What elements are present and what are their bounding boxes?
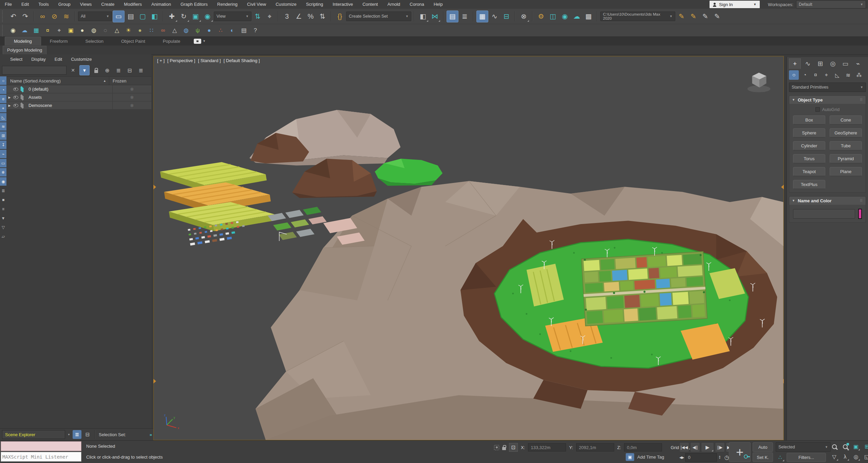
zoom-icon[interactable]: [830, 442, 838, 451]
run-script-icon[interactable]: ✎: [712, 11, 723, 22]
corona-rect-light-icon[interactable]: ▣: [66, 25, 76, 35]
category-spacewarps[interactable]: ≋: [843, 70, 853, 80]
corona-material-ball-icon[interactable]: ●: [135, 25, 145, 35]
filter-hidden-icon[interactable]: ◉: [0, 177, 6, 186]
corona-proxy-icon[interactable]: ∞: [158, 25, 168, 35]
isolate-selection-icon[interactable]: [494, 445, 499, 450]
filter-containers-icon[interactable]: ▭: [0, 159, 6, 167]
category-helpers[interactable]: ◺: [832, 70, 842, 80]
z-coordinate-field[interactable]: 0,0m: [624, 443, 662, 451]
primitive-button[interactable]: Tube: [830, 141, 862, 150]
corona-pattern-tower-icon[interactable]: △: [170, 25, 180, 35]
name-and-color-rollout-header[interactable]: ▼ Name and Color ⠿: [789, 197, 866, 205]
redo-icon[interactable]: ↷: [20, 11, 31, 22]
select-and-move-icon[interactable]: ✚: [166, 11, 177, 22]
sign-in-button[interactable]: Sign In ▼: [710, 1, 760, 8]
visibility-eye-icon[interactable]: [12, 88, 19, 91]
corona-cloud-icon[interactable]: ☁: [20, 25, 30, 35]
tab-modify[interactable]: ∿: [802, 59, 813, 69]
filter-lights-icon[interactable]: ¤: [0, 95, 6, 103]
menu-item[interactable]: Scripting: [301, 0, 328, 9]
frozen-snowflake-icon[interactable]: ❄: [112, 93, 151, 101]
scene-explorer-title-field[interactable]: Scene Explorer: [2, 430, 65, 439]
ribbon-tab[interactable]: Modeling: [5, 37, 41, 45]
select-and-link-icon[interactable]: ∞: [37, 11, 48, 22]
corona-render-icon[interactable]: ◉: [8, 25, 18, 35]
current-frame-field[interactable]: 0: [685, 453, 717, 462]
edit-named-selection-sets-icon[interactable]: {}: [334, 11, 345, 22]
frozen-snowflake-icon[interactable]: ❄: [112, 85, 151, 93]
display-list-icon[interactable]: ≣: [0, 186, 6, 195]
selection-filter-dropdown[interactable]: All ▼: [78, 12, 112, 21]
corona-displacement-icon[interactable]: ◍: [181, 25, 191, 35]
corona-volume-cone-icon[interactable]: △: [112, 25, 122, 35]
maxscript-mini-listener-input[interactable]: MAXScript Mini Listener: [1, 452, 81, 462]
filter-xrefs-icon[interactable]: ↧: [0, 141, 6, 149]
key-mode-dropdown[interactable]: Selected ▼: [776, 442, 831, 452]
ribbon-panel-polygon-modeling[interactable]: Polygon Modeling: [3, 46, 46, 54]
select-and-scale-icon[interactable]: ▣: [190, 11, 201, 22]
scene-explorer-menu[interactable]: Select: [6, 57, 26, 62]
category-lights[interactable]: ¤: [811, 70, 820, 80]
menu-item[interactable]: Group: [54, 0, 75, 9]
corona-converter-icon[interactable]: ◐: [227, 25, 237, 35]
object-name-input[interactable]: [793, 209, 855, 219]
toolbar-drag-handle[interactable]: [2, 25, 5, 36]
menu-item[interactable]: Modifiers: [119, 0, 147, 9]
category-cameras[interactable]: ⌖: [822, 70, 831, 80]
menu-item[interactable]: Edit: [17, 0, 34, 9]
menu-item[interactable]: Create: [96, 0, 119, 9]
filter-frozen-icon[interactable]: ❄: [0, 168, 6, 177]
menu-item[interactable]: Animation: [147, 0, 176, 9]
quick-filter-icon[interactable]: ▽: [0, 223, 6, 231]
pick-material-icon[interactable]: ⊕: [102, 66, 112, 75]
category-systems[interactable]: ⁂: [854, 70, 864, 80]
sort-by-hierarchy-icon[interactable]: ⊟: [125, 66, 134, 75]
terrain-slab-stack[interactable]: [160, 162, 276, 231]
frame-step-icons[interactable]: ◀▶: [679, 456, 684, 459]
corona-glow-sphere-icon[interactable]: ◍: [89, 25, 99, 35]
zoom-extents-all-icon[interactable]: ⊞: [863, 442, 868, 451]
object-color-swatch[interactable]: [858, 209, 862, 219]
category-shapes[interactable]: ◔: [800, 70, 810, 80]
layer-name[interactable]: Assets: [26, 95, 112, 100]
menu-item[interactable]: Arnold: [383, 0, 405, 9]
zoom-all-icon[interactable]: [841, 442, 849, 451]
x-coordinate-field[interactable]: 133,322m: [528, 443, 566, 451]
toggle-ribbon-icon[interactable]: ▦: [476, 11, 488, 22]
set-key-button[interactable]: Set K.: [753, 452, 773, 462]
advanced-filter-icon[interactable]: ▼: [0, 214, 6, 222]
filter-spacewarps-icon[interactable]: ≋: [0, 122, 6, 131]
hierarchy-mode-icon[interactable]: ⊟: [83, 430, 92, 439]
mirror-icon[interactable]: ◧: [417, 11, 429, 22]
tab-utilities[interactable]: ⌁: [852, 59, 864, 69]
menu-item[interactable]: Help: [429, 0, 448, 9]
object-type-rollout-header[interactable]: ▼ Object Type ⠿: [789, 96, 866, 104]
primitive-button[interactable]: Plane: [830, 167, 862, 176]
play-button[interactable]: ▶: [701, 442, 714, 452]
frozen-column-header[interactable]: Frozen: [109, 77, 151, 85]
curve-editor-icon[interactable]: ∿: [489, 11, 500, 22]
tab-create[interactable]: +: [789, 58, 801, 69]
corona-vfb-icon[interactable]: ▦: [31, 25, 41, 35]
primitive-button[interactable]: Cone: [830, 115, 862, 125]
corona-light-lister-icon[interactable]: ¤: [43, 25, 53, 35]
filter-geometry-icon[interactable]: ○: [0, 76, 6, 85]
lock-cell-editing-icon[interactable]: [91, 66, 101, 75]
percent-snap-toggle-icon[interactable]: %: [305, 11, 316, 22]
primitive-button[interactable]: GeoSphere: [830, 128, 862, 137]
viewcube[interactable]: [748, 73, 771, 92]
corona-teapot-wire-icon[interactable]: ◌: [100, 25, 110, 35]
orbit-icon[interactable]: ◎: [852, 452, 860, 461]
asset-tiles[interactable]: [268, 207, 364, 245]
perspective-viewport[interactable]: [ + ][ Perspective ][ Standard ][ Defaul…: [153, 56, 784, 440]
menu-item[interactable]: Content: [358, 0, 383, 9]
container-filter-icon[interactable]: ▱: [0, 232, 6, 241]
viewport-3d-scene[interactable]: x y z: [154, 56, 784, 440]
corona-lister-icon[interactable]: ▤: [239, 25, 249, 35]
use-pivot-point-center-icon[interactable]: ⇅: [252, 11, 263, 22]
frame-spinner[interactable]: ▲▼: [718, 455, 721, 459]
corona-grass-icon[interactable]: ψ: [193, 25, 203, 35]
named-selection-set-dropdown[interactable]: Create Selection Set ▼: [346, 12, 411, 21]
new-script-icon[interactable]: ✎: [688, 11, 699, 22]
